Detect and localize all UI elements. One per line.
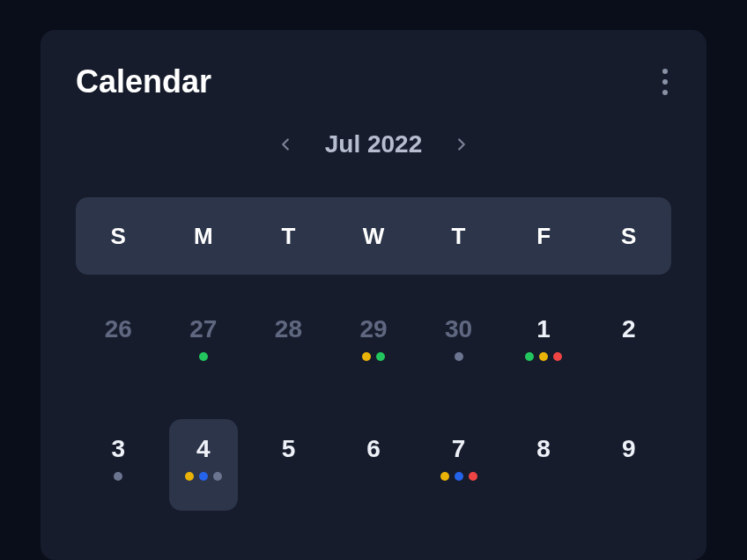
day-cell[interactable]: 28 xyxy=(246,275,331,394)
day-cell[interactable]: 29 xyxy=(331,275,417,394)
prev-month-button[interactable] xyxy=(276,135,295,154)
month-navigator: Jul 2022 xyxy=(41,130,706,158)
day-cell[interactable]: 5 xyxy=(246,394,331,514)
event-dot-icon xyxy=(455,472,463,481)
event-dots xyxy=(362,352,385,361)
day-header-fri: F xyxy=(501,223,587,250)
day-cell[interactable]: 8 xyxy=(501,394,587,514)
event-dot-icon xyxy=(455,352,463,361)
day-number: 8 xyxy=(536,435,551,463)
card-title: Calendar xyxy=(76,63,211,100)
day-cell[interactable]: 1 xyxy=(501,275,587,394)
day-number: 6 xyxy=(366,435,381,463)
chevron-left-icon xyxy=(276,135,295,154)
event-dots xyxy=(525,352,562,361)
event-dot-icon xyxy=(114,472,122,481)
event-dot-icon xyxy=(199,352,208,361)
day-number: 5 xyxy=(282,435,296,463)
day-number: 9 xyxy=(622,435,636,463)
event-dot-icon xyxy=(199,472,208,481)
day-headers-row: S M T W T F S xyxy=(76,197,671,275)
day-number: 29 xyxy=(359,315,387,343)
day-number: 3 xyxy=(111,435,125,463)
card-header: Calendar xyxy=(41,63,706,100)
day-header-sat: S xyxy=(586,223,671,250)
event-dot-icon xyxy=(539,352,548,361)
day-cell[interactable]: 9 xyxy=(586,394,671,514)
event-dots xyxy=(440,472,477,481)
event-dot-icon xyxy=(376,352,385,361)
event-dot-icon xyxy=(469,472,477,481)
day-cell[interactable]: 2 xyxy=(586,275,671,394)
event-dots xyxy=(455,352,463,361)
day-cell[interactable]: 7 xyxy=(416,394,501,514)
event-dot-icon xyxy=(553,352,562,361)
event-dot-icon xyxy=(213,472,222,481)
day-number: 28 xyxy=(275,315,302,343)
weeks-grid: 2627282930123456789 xyxy=(76,275,671,514)
day-cell[interactable]: 30 xyxy=(416,275,501,394)
next-month-button[interactable] xyxy=(452,135,471,154)
event-dots xyxy=(185,472,222,481)
day-header-sun: S xyxy=(76,223,161,250)
day-cell[interactable]: 27 xyxy=(161,275,247,394)
day-number: 4 xyxy=(196,435,211,463)
day-number: 27 xyxy=(189,315,217,343)
day-number: 2 xyxy=(622,315,636,343)
day-header-wed: W xyxy=(331,223,417,250)
event-dots xyxy=(114,472,122,481)
event-dot-icon xyxy=(525,352,534,361)
day-number: 1 xyxy=(536,315,551,343)
event-dots xyxy=(199,352,208,361)
day-header-tue: T xyxy=(246,223,331,250)
day-cell[interactable]: 26 xyxy=(76,275,161,394)
day-number: 26 xyxy=(105,315,132,343)
event-dot-icon xyxy=(185,472,194,481)
event-dot-icon xyxy=(440,472,449,481)
day-header-thu: T xyxy=(416,223,501,250)
day-number: 7 xyxy=(452,435,466,463)
day-cell[interactable]: 3 xyxy=(76,394,161,514)
calendar-card: Calendar Jul 2022 S M T W T F S 26272829… xyxy=(41,30,706,560)
month-label: Jul 2022 xyxy=(325,130,423,158)
day-header-mon: M xyxy=(161,223,247,250)
kebab-menu-icon[interactable] xyxy=(659,65,671,99)
day-cell[interactable]: 6 xyxy=(331,394,417,514)
day-cell[interactable]: 4 xyxy=(161,394,247,514)
day-number: 30 xyxy=(445,315,472,343)
event-dot-icon xyxy=(362,352,371,361)
chevron-right-icon xyxy=(452,135,471,154)
